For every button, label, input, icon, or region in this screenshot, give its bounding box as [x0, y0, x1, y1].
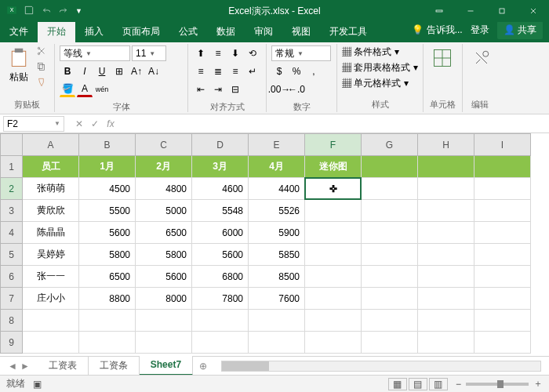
save-icon[interactable] [24, 5, 35, 18]
qat-dropdown-icon[interactable]: ▼ [75, 7, 82, 15]
cell[interactable]: 5600 [192, 244, 249, 266]
row-header[interactable]: 9 [1, 332, 23, 354]
row-header[interactable]: 2 [1, 178, 23, 200]
cell[interactable]: 8800 [79, 288, 136, 310]
align-bottom-icon[interactable]: ⬇ [227, 45, 243, 61]
cell[interactable]: 4400 [249, 178, 305, 200]
cell-styles-button[interactable]: ▦ 单元格样式 ▾ [342, 77, 418, 90]
cell[interactable] [192, 310, 249, 332]
cell[interactable] [418, 266, 474, 288]
column-header[interactable]: I [474, 134, 531, 156]
phonetic-button[interactable]: wén [94, 82, 110, 97]
menu-tab-5[interactable]: 数据 [207, 21, 245, 42]
align-middle-icon[interactable]: ≡ [210, 45, 226, 61]
tell-me[interactable]: 💡 告诉我... [412, 24, 462, 37]
row-header[interactable]: 1 [1, 156, 23, 178]
table-format-button[interactable]: ▦ 套用表格格式 ▾ [342, 61, 418, 74]
sheet-tab[interactable]: Sheet7 [140, 356, 193, 376]
cell[interactable] [362, 244, 418, 266]
cell[interactable]: 4600 [192, 178, 249, 200]
row-header[interactable]: 7 [1, 288, 23, 310]
share-button[interactable]: 👤 共享 [497, 21, 543, 39]
column-header[interactable]: F [305, 134, 362, 156]
new-sheet-button[interactable]: ⊕ [193, 358, 213, 375]
redo-icon[interactable] [58, 5, 69, 18]
cell[interactable]: 5500 [79, 200, 136, 222]
fx-icon[interactable]: fx [104, 118, 118, 129]
cell[interactable]: 4500 [79, 178, 136, 200]
cell[interactable] [305, 266, 362, 288]
cell[interactable] [192, 332, 249, 354]
cell[interactable] [23, 310, 79, 332]
cell[interactable] [249, 332, 305, 354]
maximize-icon[interactable] [486, 0, 518, 22]
cell[interactable] [305, 222, 362, 244]
cell[interactable] [136, 332, 192, 354]
format-painter-icon[interactable] [36, 77, 47, 90]
column-header[interactable]: A [23, 134, 79, 156]
cell[interactable] [305, 288, 362, 310]
cell[interactable] [474, 332, 531, 354]
menu-tab-3[interactable]: 页面布局 [113, 21, 169, 42]
increase-font-icon[interactable]: A↑ [129, 64, 144, 79]
orientation-icon[interactable]: ⟲ [245, 45, 260, 61]
cell[interactable] [474, 222, 531, 244]
cell[interactable] [474, 266, 531, 288]
row-header[interactable]: 4 [1, 222, 23, 244]
active-cell[interactable]: ✜ [305, 178, 362, 200]
cancel-formula-icon[interactable]: ✕ [72, 118, 86, 129]
cell[interactable] [362, 178, 418, 200]
font-color-button[interactable]: A [77, 82, 93, 97]
cell[interactable]: 7600 [249, 288, 305, 310]
copy-icon[interactable] [36, 61, 47, 74]
cell[interactable]: 6500 [79, 266, 136, 288]
font-name-combo[interactable]: 等线▼ [60, 45, 130, 61]
cell[interactable] [136, 310, 192, 332]
increase-decimal-icon[interactable]: .00→ [271, 82, 287, 97]
cell[interactable] [474, 200, 531, 222]
row-header[interactable]: 5 [1, 244, 23, 266]
column-header[interactable]: G [362, 134, 418, 156]
undo-icon[interactable] [41, 5, 52, 18]
cell[interactable]: 8000 [136, 288, 192, 310]
cell[interactable]: 6800 [192, 266, 249, 288]
cell[interactable] [362, 266, 418, 288]
formula-input[interactable] [122, 116, 549, 132]
align-top-icon[interactable]: ⬆ [193, 45, 209, 61]
cell[interactable] [418, 310, 474, 332]
zoom-out-icon[interactable]: − [456, 379, 461, 390]
close-icon[interactable] [518, 0, 549, 22]
conditional-format-button[interactable]: ▦ 条件格式 ▾ [342, 45, 418, 59]
cell[interactable]: 张一一 [23, 266, 79, 288]
cell[interactable]: 5800 [136, 244, 192, 266]
row-header[interactable]: 3 [1, 200, 23, 222]
macro-record-icon[interactable]: ▣ [33, 379, 42, 390]
cell[interactable]: 5000 [136, 200, 192, 222]
zoom-in-icon[interactable]: ＋ [533, 377, 543, 390]
zoom-slider[interactable] [466, 383, 529, 386]
data-header[interactable]: 迷你图 [305, 156, 362, 178]
cell[interactable]: 5526 [249, 200, 305, 222]
cell[interactable] [418, 288, 474, 310]
cell[interactable] [418, 200, 474, 222]
cell[interactable] [418, 156, 474, 178]
menu-tab-8[interactable]: 开发工具 [320, 21, 376, 42]
cell[interactable]: 6000 [192, 222, 249, 244]
align-right-icon[interactable]: ≡ [227, 64, 243, 79]
column-header[interactable]: H [418, 134, 474, 156]
cell[interactable] [474, 244, 531, 266]
data-header[interactable]: 3月 [192, 156, 249, 178]
sheet-tab[interactable]: 工资条 [89, 356, 140, 376]
enter-formula-icon[interactable]: ✓ [88, 118, 102, 129]
percent-icon[interactable]: % [289, 64, 304, 79]
data-header[interactable]: 1月 [79, 156, 136, 178]
tab-nav-next-icon[interactable]: ► [20, 361, 30, 372]
editing-button[interactable] [467, 45, 496, 71]
cell[interactable] [362, 310, 418, 332]
sheet-tab[interactable]: 工资表 [38, 356, 89, 376]
decrease-font-icon[interactable]: A↓ [146, 64, 162, 79]
cell[interactable]: 5600 [79, 222, 136, 244]
decrease-indent-icon[interactable]: ⇤ [193, 82, 209, 97]
cell[interactable] [418, 222, 474, 244]
cell[interactable] [362, 332, 418, 354]
